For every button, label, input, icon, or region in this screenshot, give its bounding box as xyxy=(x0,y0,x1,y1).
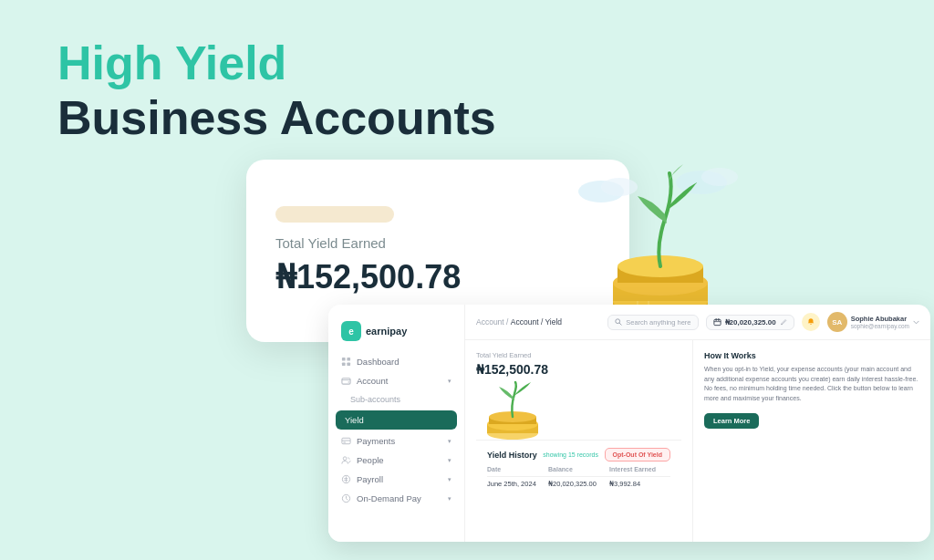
bell-icon xyxy=(806,317,815,327)
svg-point-19 xyxy=(348,381,349,382)
yield-label-small: Total Yield Earned xyxy=(476,351,681,359)
app-content: Total Yield Earned ₦152,500.78 xyxy=(465,340,930,542)
sidebar-dashboard-label: Dashboard xyxy=(357,357,399,367)
sidebar-item-subaccounts[interactable]: Sub-accounts xyxy=(328,390,464,409)
svg-rect-27 xyxy=(713,319,720,325)
how-it-works-text: When you opt-in to Yield, your expense a… xyxy=(704,365,919,403)
topbar-useremail: sophie@earnipay.com xyxy=(851,323,909,329)
cell-date: June 25th, 2024 xyxy=(487,480,548,488)
topbar-search-text: Search anything here xyxy=(626,318,690,327)
user-info: Sophie Abubakar sophie@earnipay.com xyxy=(851,315,909,329)
app-screenshot: e earnipay Dashboard Account ▾ Sub xyxy=(328,305,930,542)
topbar-balance: ₦20,020,325.00 xyxy=(706,315,794,330)
search-icon xyxy=(615,318,622,326)
users-icon xyxy=(341,455,351,465)
wallet-icon xyxy=(341,376,351,386)
svg-rect-16 xyxy=(342,362,346,366)
topbar-search[interactable]: Search anything here xyxy=(607,315,698,330)
sidebar-item-account[interactable]: Account ▾ xyxy=(328,371,464,390)
sidebar-item-ondemandpay[interactable]: On-Demand Pay ▾ xyxy=(328,489,464,508)
hero-section: High Yield Business Accounts xyxy=(57,36,496,146)
history-table-header: Date Balance Interest Earned xyxy=(487,466,670,477)
yield-history-title: Yield History xyxy=(487,451,537,460)
app-topbar: Account / Account / Yield Search anythin… xyxy=(465,305,930,340)
app-main: Account / Account / Yield Search anythin… xyxy=(465,305,930,542)
learn-more-button[interactable]: Learn More xyxy=(704,413,759,429)
sidebar-people-label: People xyxy=(357,455,384,465)
sidebar-item-payroll[interactable]: Payroll ▾ xyxy=(328,470,464,489)
cell-interest: ₦3,992.84 xyxy=(609,480,670,488)
col-interest: Interest Earned xyxy=(609,466,670,472)
breadcrumb: Account / Account / Yield xyxy=(476,317,562,327)
topbar-balance-amount: ₦20,020,325.00 xyxy=(725,318,776,327)
hero-title-green: High Yield xyxy=(57,36,496,91)
col-balance: Balance xyxy=(548,466,609,472)
ondemand-icon xyxy=(341,493,351,503)
yield-history-section: Yield History showing 15 records Opt-Out… xyxy=(476,440,681,495)
payroll-icon xyxy=(341,474,351,484)
card-amount: ₦152,500.78 xyxy=(275,258,600,296)
payroll-chevron-icon: ▾ xyxy=(448,476,451,483)
mini-plant-container xyxy=(476,380,681,440)
sidebar-item-dashboard[interactable]: Dashboard xyxy=(328,352,464,371)
ondemand-chevron-icon: ▾ xyxy=(448,495,451,503)
topbar-notification-bell[interactable] xyxy=(802,313,820,331)
how-it-works-title: How It Works xyxy=(704,351,919,360)
svg-rect-17 xyxy=(347,362,350,366)
topbar-username: Sophie Abubakar xyxy=(851,315,909,323)
sidebar-ondemand-label: On-Demand Pay xyxy=(357,493,421,503)
sidebar-payments-label: Payments xyxy=(357,436,395,446)
col-date: Date xyxy=(487,466,548,472)
payments-chevron-icon: ▾ xyxy=(448,438,451,445)
sidebar-subaccounts-label: Sub-accounts xyxy=(350,395,400,404)
sidebar-item-people[interactable]: People ▾ xyxy=(328,451,464,470)
sidebar-yield-label: Yield xyxy=(345,415,364,425)
topbar-avatar-area: SA Sophie Abubakar sophie@earnipay.com xyxy=(827,312,919,332)
app-sidebar: e earnipay Dashboard Account ▾ Sub xyxy=(328,305,465,542)
calendar-icon xyxy=(713,318,721,327)
table-row: June 25th, 2024 ₦20,020,325.00 ₦3,992.84 xyxy=(487,480,670,488)
user-chevron-icon xyxy=(913,319,919,326)
mini-plant-svg xyxy=(476,380,549,440)
card-label: Total Yield Earned xyxy=(275,235,600,251)
sidebar-logo-text: earnipay xyxy=(366,326,407,337)
content-right: How It Works When you opt-in to Yield, y… xyxy=(693,340,930,542)
svg-rect-14 xyxy=(342,358,346,361)
content-left: Total Yield Earned ₦152,500.78 xyxy=(465,340,693,542)
sidebar-payroll-label: Payroll xyxy=(357,474,383,484)
credit-card-icon xyxy=(341,436,351,446)
card-placeholder-bar xyxy=(275,206,394,223)
svg-point-1 xyxy=(601,178,638,196)
edit-icon xyxy=(780,318,787,326)
opt-out-button[interactable]: Opt-Out Of Yield xyxy=(605,448,670,461)
svg-point-22 xyxy=(343,457,347,461)
sidebar-item-yield[interactable]: Yield xyxy=(336,410,457,430)
sidebar-logo: e earnipay xyxy=(328,316,464,352)
yield-history-header: Yield History showing 15 records Opt-Out… xyxy=(487,448,670,461)
cell-balance: ₦20,020,325.00 xyxy=(548,480,609,488)
svg-rect-15 xyxy=(347,358,350,361)
yield-history-badge: showing 15 records xyxy=(543,451,598,458)
svg-line-26 xyxy=(619,323,621,325)
yield-amount-small: ₦152,500.78 xyxy=(476,362,681,377)
account-chevron-icon: ▾ xyxy=(448,378,451,385)
grid-icon xyxy=(341,357,351,367)
svg-rect-18 xyxy=(342,379,350,384)
avatar: SA xyxy=(827,312,847,332)
sidebar-logo-icon: e xyxy=(341,321,361,341)
sidebar-account-label: Account xyxy=(357,376,388,386)
svg-point-3 xyxy=(701,168,738,186)
people-chevron-icon: ▾ xyxy=(448,457,451,464)
sidebar-item-payments[interactable]: Payments ▾ xyxy=(328,431,464,451)
hero-title-dark: Business Accounts xyxy=(57,91,496,146)
svg-rect-21 xyxy=(343,441,346,442)
